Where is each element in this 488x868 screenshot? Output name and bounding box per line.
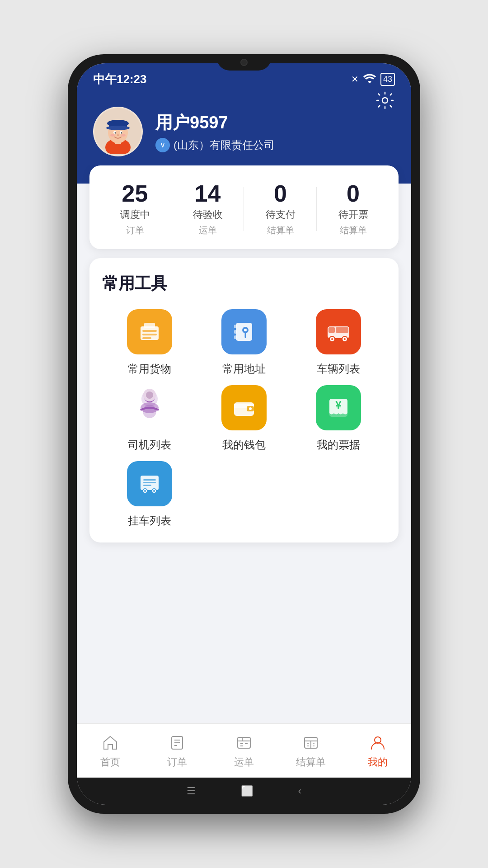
- svg-rect-59: [238, 737, 250, 748]
- nav-settlement-label: 结算单: [296, 755, 326, 769]
- home-icon: [100, 733, 120, 753]
- back-button[interactable]: ‹: [298, 785, 301, 797]
- svg-point-40: [143, 405, 156, 418]
- tool-wallet[interactable]: 我的钱包: [197, 385, 291, 452]
- android-nav: ☰ ⬜ ‹: [77, 778, 411, 805]
- svg-text:V: V: [161, 142, 164, 149]
- receipt-icon-bg: ¥: [316, 385, 361, 430]
- tool-address-label: 常用地址: [222, 362, 266, 376]
- status-time: 中午12:23: [93, 71, 147, 87]
- svg-point-12: [121, 134, 126, 137]
- tool-vehicle[interactable]: 车辆列表: [291, 309, 386, 376]
- profile-info: 用户9597 V (山东）有限责任公司: [155, 111, 275, 152]
- stat-pending-invoice[interactable]: 0 待开票 结算单: [317, 182, 389, 236]
- stats-row: 25 调度中 订单 14 待验收 运单 0 待支付 结算单: [99, 182, 389, 236]
- svg-rect-17: [142, 330, 157, 332]
- trailer-icon-bg: [127, 461, 172, 506]
- nav-home[interactable]: 首页: [77, 733, 144, 769]
- tools-title: 常用工具: [102, 273, 386, 295]
- stats-card: 25 调度中 订单 14 待验收 运单 0 待支付 结算单: [89, 165, 399, 249]
- tool-address[interactable]: 常用地址: [197, 309, 291, 376]
- company-row: V (山东）有限责任公司: [155, 138, 275, 152]
- close-icon: ✕: [351, 74, 359, 85]
- tools-grid: 常用货物: [102, 309, 386, 528]
- nav-profile[interactable]: 我的: [344, 733, 411, 769]
- svg-point-53: [144, 490, 146, 492]
- svg-point-9: [115, 132, 116, 134]
- battery-icon: 43: [380, 73, 395, 86]
- stat-pending-receive[interactable]: 14 待验收 运单: [171, 182, 244, 236]
- svg-point-26: [244, 329, 247, 331]
- tool-driver[interactable]: 司机列表: [102, 385, 197, 452]
- camera: [240, 59, 248, 66]
- username: 用户9597: [155, 111, 275, 134]
- main-content: 25 调度中 订单 14 待验收 运单 0 待支付 结算单: [77, 165, 411, 723]
- stat-pending-invoice-number: 0: [347, 182, 360, 205]
- nav-home-label: 首页: [100, 755, 120, 769]
- profile-row: 用户9597 V (山东）有限责任公司: [93, 107, 395, 156]
- company-name: (山东）有限责任公司: [174, 138, 275, 152]
- tool-trailer[interactable]: 挂车列表: [102, 461, 197, 528]
- svg-point-54: [153, 490, 155, 492]
- svg-text:¥: ¥: [336, 399, 342, 411]
- home-button[interactable]: ⬜: [241, 785, 253, 797]
- tool-cargo-label: 常用货物: [128, 362, 171, 376]
- stat-pending-receive-number: 14: [195, 182, 221, 205]
- svg-rect-20: [144, 323, 155, 328]
- bottom-nav: 首页 订单: [77, 723, 411, 778]
- stat-pending-pay[interactable]: 0 待支付 结算单: [244, 182, 317, 236]
- menu-button[interactable]: ☰: [187, 785, 196, 797]
- tool-receipt-label: 我的票据: [317, 438, 360, 452]
- svg-rect-49: [143, 482, 156, 483]
- svg-rect-18: [142, 334, 157, 335]
- tool-cargo[interactable]: 常用货物: [102, 309, 197, 376]
- svg-rect-48: [143, 479, 156, 481]
- svg-rect-50: [143, 485, 151, 486]
- svg-rect-22: [234, 325, 237, 328]
- svg-point-39: [146, 392, 153, 399]
- svg-point-6: [106, 126, 130, 130]
- svg-point-11: [110, 134, 115, 137]
- svg-rect-29: [336, 327, 348, 333]
- phone-screen: 中午12:23 ✕ 43: [77, 63, 411, 805]
- status-icons: ✕ 43: [351, 73, 395, 86]
- stat-pending-invoice-sub: 结算单: [340, 224, 367, 236]
- profile-nav-icon: [368, 733, 388, 753]
- svg-point-67: [375, 737, 381, 743]
- vehicle-icon-bg: [316, 309, 361, 354]
- svg-rect-24: [234, 335, 237, 339]
- notch: [217, 54, 271, 71]
- tools-card: 常用工具: [89, 258, 399, 542]
- nav-waybill[interactable]: 运单: [211, 733, 277, 769]
- tool-wallet-label: 我的钱包: [222, 438, 266, 452]
- settings-button[interactable]: [375, 90, 395, 112]
- nav-profile-label: 我的: [368, 755, 388, 769]
- waybill-icon: [234, 733, 254, 753]
- tool-receipt[interactable]: ¥ 我的票据: [291, 385, 386, 452]
- stat-pending-pay-sub: 结算单: [267, 224, 294, 236]
- stat-scheduling-main: 调度中: [120, 208, 150, 222]
- svg-point-33: [344, 338, 346, 340]
- settlement-icon: [301, 733, 321, 753]
- svg-point-0: [382, 98, 388, 103]
- nav-settlement[interactable]: 结算单: [277, 733, 344, 769]
- svg-rect-23: [234, 330, 237, 334]
- tool-driver-label: 司机列表: [128, 438, 171, 452]
- order-icon: [167, 733, 187, 753]
- stat-pending-pay-number: 0: [274, 182, 287, 205]
- nav-waybill-label: 运单: [234, 755, 254, 769]
- tool-vehicle-label: 车辆列表: [317, 362, 360, 376]
- stat-pending-receive-main: 待验收: [193, 208, 223, 222]
- v-badge: V: [155, 138, 170, 152]
- cargo-icon-bg: [127, 309, 172, 354]
- stat-pending-receive-sub: 运单: [199, 224, 217, 236]
- address-icon-bg: [221, 309, 267, 354]
- avatar[interactable]: [93, 107, 143, 156]
- svg-point-32: [331, 338, 333, 340]
- stat-scheduling[interactable]: 25 调度中 订单: [99, 182, 171, 236]
- stat-scheduling-sub: 订单: [126, 224, 144, 236]
- stat-pending-pay-main: 待支付: [266, 208, 296, 222]
- svg-point-10: [121, 132, 122, 134]
- nav-order[interactable]: 订单: [144, 733, 211, 769]
- stat-pending-invoice-main: 待开票: [338, 208, 368, 222]
